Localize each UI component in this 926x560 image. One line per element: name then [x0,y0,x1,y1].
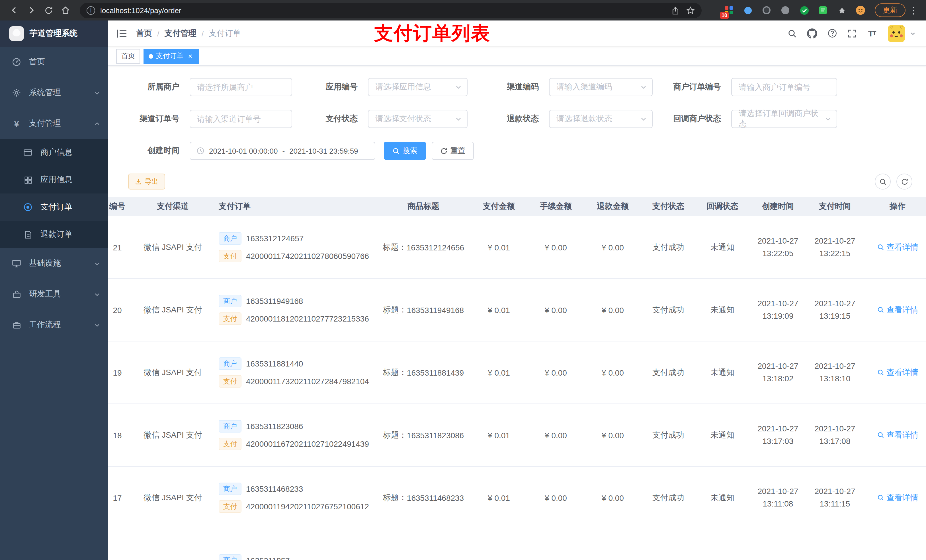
extension-grid-icon[interactable]: 10 [723,4,735,17]
sidebar-item-label: 工作流程 [29,320,61,330]
cell-status: 支付成功 [641,305,695,315]
filter-row-1: 所属商户 应用编号 请选择应用信息 渠道编码 请输入渠道编码 [108,78,926,96]
filter-label: 所属商户 [128,82,190,92]
sidebar-item-label: 退款订单 [41,229,72,240]
cell-channel: 微信 JSAPI 支付 [135,492,211,503]
cell-order: 商户1635311881440 支付4200001173202110272847… [211,358,377,388]
breadcrumb-payment[interactable]: 支付管理 [165,28,197,38]
sidebar-item-infrastructure[interactable]: 基础设施 [0,248,108,279]
pay-tag: 支付 [219,438,242,450]
sidebar-item-app-info[interactable]: 应用信息 [0,166,108,193]
close-tab-icon[interactable]: × [186,52,194,60]
tab-home[interactable]: 首页 [116,49,140,63]
channel-code-select[interactable]: 请输入渠道编码 [549,78,653,96]
logo-avatar [9,26,24,41]
sidebar-item-workflow[interactable]: 工作流程 [0,309,108,340]
extension-chat-icon[interactable] [817,4,829,17]
refund-status-select[interactable]: 请选择退款状态 [549,110,653,128]
browser-back-icon[interactable] [7,3,22,18]
refresh-button[interactable] [896,174,912,190]
sidebar-item-payment[interactable]: ¥ 支付管理 [0,108,108,139]
github-icon[interactable] [805,26,820,41]
filter-label: 创建时间 [128,146,190,156]
merchant-order-no-input[interactable] [731,78,837,96]
create-time-range-picker[interactable]: 2021-10-01 00:00:00 - 2021-10-31 23:59:5… [190,142,375,160]
merchant-order-no: 1635311468233 [246,484,303,494]
font-size-icon[interactable]: TT [864,26,879,41]
channel-order-no-input[interactable] [190,110,292,128]
chevron-down-icon [640,84,647,91]
pay-order-no: 4200001194202110276752100612 [246,502,369,511]
cell-order: 商户1635311468233 支付4200001194202110276752… [211,483,377,513]
cell-notify: 未通知 [695,242,749,252]
chevron-down-icon [94,90,100,96]
help-icon[interactable] [825,26,840,41]
table-row: 17 微信 JSAPI 支付 商户1635311468233 支付4200001… [108,466,926,529]
search-button[interactable]: 搜索 [384,142,426,160]
view-detail-link[interactable]: 查看详情 [877,305,918,315]
view-detail-link[interactable]: 查看详情 [877,492,918,503]
view-detail-link[interactable]: 查看详情 [877,430,918,440]
search-icon[interactable] [785,26,800,41]
col-header: 支付订单 [211,201,377,212]
merchant-input[interactable] [190,78,292,96]
fullscreen-icon[interactable] [844,26,859,41]
merchant-tag: 商户 [219,483,242,495]
export-button[interactable]: 导出 [128,174,165,190]
sidebar-item-label: 支付管理 [29,118,61,128]
cell-notify: 未通知 [695,367,749,377]
filter-field: 所属商户 [128,78,292,96]
browser-reload-icon[interactable] [41,3,56,18]
browser-update-button[interactable]: 更新 [875,3,905,17]
cell-order: 商户1635311949168 支付4200001181202110277723… [211,295,377,325]
user-caret-icon[interactable] [910,30,916,36]
browser-forward-icon[interactable] [24,3,39,18]
browser-home-icon[interactable] [58,3,73,18]
browser-menu-icon[interactable]: ⋮ [908,5,919,16]
toggle-search-button[interactable] [875,174,891,190]
sidebar-item-devtools[interactable]: 研发工具 [0,279,108,309]
sidebar-toggle-icon[interactable] [117,29,127,38]
site-info-icon[interactable]: i [86,6,95,15]
notify-status-select[interactable]: 请选择订单回调商户状态 [731,110,837,128]
monitor-icon [11,259,22,268]
sidebar-item-system[interactable]: 系统管理 [0,77,108,108]
sidebar-item-merchant-info[interactable]: 商户信息 [0,139,108,166]
cell-status: 支付成功 [641,430,695,440]
sidebar-item-refund-order[interactable]: 退款订单 [0,221,108,248]
bookmark-star-icon[interactable] [686,6,695,15]
extension-avatar-icon[interactable] [854,4,867,17]
select-placeholder: 请选择订单回调商户状态 [738,109,825,129]
cell-refund: ¥ 0.00 [584,368,641,377]
app-select[interactable]: 请选择应用信息 [368,78,468,96]
merchant-tag: 商户 [219,554,242,560]
col-header: 手续金额 [527,201,584,212]
sidebar-item-pay-order[interactable]: 支付订单 [0,193,108,221]
tab-pay-order[interactable]: 支付订单 × [144,49,199,63]
extension-drop-icon[interactable] [741,4,754,17]
cell-refund: ¥ 0.00 [584,493,641,502]
view-detail-link[interactable]: 查看详情 [877,367,918,377]
share-icon[interactable] [672,6,679,15]
extension-pin-icon[interactable] [835,4,848,17]
user-avatar[interactable] [888,25,905,42]
pay-order-no: 4200001167202110271022491439 [246,439,369,448]
extension-dark-icon[interactable] [760,4,773,17]
reset-button[interactable]: 重置 [432,142,474,160]
col-header: 支付渠道 [135,201,211,212]
extension-check-icon[interactable] [798,4,810,17]
toolbox-icon [11,290,22,299]
cell-notify: 未通知 [695,430,749,440]
view-detail-link[interactable]: 查看详情 [877,242,918,252]
address-bar[interactable]: i localhost:1024/pay/order [80,3,702,18]
chevron-down-icon [455,84,462,91]
extension-gray-icon[interactable] [779,4,791,17]
filter-field: 创建时间 2021-10-01 00:00:00 - 2021-10-31 23… [128,142,375,160]
pay-status-select[interactable]: 请选择支付状态 [368,110,468,128]
sidebar-item-home[interactable]: 首页 [0,47,108,77]
chevron-down-icon [94,260,100,267]
breadcrumb-home[interactable]: 首页 [136,28,152,38]
cell-channel: 微信 JSAPI 支付 [135,367,211,377]
cell-refund: ¥ 0.00 [584,430,641,440]
filter-label: 应用编号 [292,82,368,92]
